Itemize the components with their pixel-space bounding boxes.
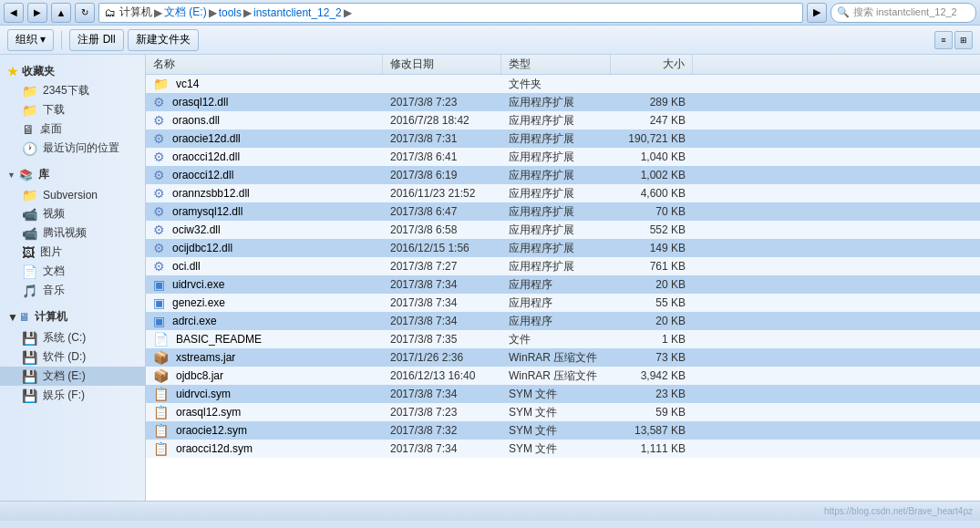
file-size: 20 KB (611, 315, 693, 327)
dll-icon: ⚙ (153, 113, 165, 128)
file-size: 4,600 KB (611, 187, 693, 200)
file-name: 📋 uidrvci.sym (146, 387, 383, 401)
table-row[interactable]: ⚙ oraocie12d.dll 2017/3/8 7:31 应用程序扩展 19… (146, 129, 980, 148)
file-name: 📄 BASIC_README (146, 332, 383, 347)
sidebar-item-e-drive[interactable]: 💾 文档 (E:) (0, 367, 145, 386)
sidebar-item-label: 娱乐 (F:) (43, 388, 85, 403)
file-date: 2017/3/8 7:27 (383, 260, 501, 273)
sidebar-item-tencent-video[interactable]: 📹 腾讯视频 (0, 223, 145, 243)
table-row[interactable]: ⚙ orannzsbb12.dll 2016/11/23 21:52 应用程序扩… (146, 184, 980, 202)
file-type: SYM 文件 (501, 441, 611, 457)
address-path[interactable]: 🗂 计算机 ▶ 文档 (E:) ▶ tools ▶ instantclient_… (98, 3, 803, 23)
file-size: 552 KB (611, 223, 693, 236)
table-row[interactable]: ⚙ oci.dll 2017/3/8 7:27 应用程序扩展 761 KB (146, 257, 980, 275)
sidebar-item-subversion[interactable]: 📁 Subversion (0, 186, 145, 204)
header-date[interactable]: 修改日期 (383, 55, 501, 74)
sidebar-item-recent[interactable]: 🕐 最近访问的位置 (0, 139, 145, 158)
sidebar-item-label: 音乐 (43, 283, 65, 298)
file-date: 2017/3/8 7:34 (383, 388, 501, 400)
file-type: 应用程序扩展 (501, 113, 611, 129)
file-date: 2016/7/28 18:42 (383, 114, 501, 127)
file-name-text: vc14 (176, 78, 199, 90)
documents-icon: 📄 (22, 264, 37, 279)
file-type: 应用程序 (501, 314, 611, 329)
refresh-button[interactable]: ↻ (75, 3, 95, 23)
sidebar-item-documents[interactable]: 📄 文档 (0, 262, 145, 281)
file-size: 1,002 KB (611, 169, 693, 181)
table-row[interactable]: ⚙ oraons.dll 2016/7/28 18:42 应用程序扩展 247 … (146, 111, 980, 129)
file-name-text: uidrvci.sym (176, 388, 231, 400)
folder-icon: 📁 (22, 84, 37, 98)
sidebar-item-c-drive[interactable]: 💾 系统 (C:) (0, 328, 145, 347)
table-row[interactable]: 📄 BASIC_README 2017/3/8 7:35 文件 1 KB (146, 330, 980, 348)
table-row[interactable]: 📋 oraocie12.sym 2017/3/8 7:32 SYM 文件 13,… (146, 421, 980, 440)
table-row[interactable]: ▣ uidrvci.exe 2017/3/8 7:34 应用程序 20 KB (146, 275, 980, 294)
up-button[interactable]: ▲ (51, 3, 71, 23)
sidebar-item-music[interactable]: 🎵 音乐 (0, 281, 145, 300)
file-size: 70 KB (611, 205, 693, 218)
forward-button[interactable]: ▶ (27, 3, 47, 23)
table-row[interactable]: ⚙ oraocci12.dll 2017/3/8 6:19 应用程序扩展 1,0… (146, 166, 980, 184)
computer-section[interactable]: ▼ 🖥 计算机 (0, 305, 145, 328)
table-row[interactable]: 📋 orasql12.sym 2017/3/8 7:23 SYM 文件 59 K… (146, 403, 980, 421)
file-date: 2016/12/13 16:40 (383, 369, 501, 382)
sidebar-item-d-drive[interactable]: 💾 软件 (D:) (0, 347, 145, 367)
file-date: 2017/1/26 2:36 (383, 351, 501, 364)
table-row[interactable]: 📋 uidrvci.sym 2017/3/8 7:34 SYM 文件 23 KB (146, 385, 980, 403)
sym-icon: 📋 (153, 405, 169, 419)
search-box[interactable]: 🔍 搜索 instantclient_12_2 (830, 3, 976, 23)
view-detail-button[interactable]: ≡ (934, 31, 953, 49)
computer-label: 计算机 (35, 309, 67, 325)
table-row[interactable]: 📋 oraocci12d.sym 2017/3/8 7:34 SYM 文件 1,… (146, 440, 980, 458)
table-row[interactable]: ⚙ oramysql12.dll 2017/3/8 6:47 应用程序扩展 70… (146, 202, 980, 221)
favorites-section[interactable]: ★ 收藏夹 (0, 62, 145, 81)
sidebar-item-f-drive[interactable]: 💾 娱乐 (F:) (0, 386, 145, 405)
file-date: 2016/12/15 1:56 (383, 242, 501, 254)
go-button[interactable]: ▶ (807, 3, 827, 23)
file-name: ⚙ oraocci12d.dll (146, 150, 383, 164)
folder-icon: 📁 (153, 77, 169, 91)
jar-icon: 📦 (153, 350, 169, 365)
file-type: 应用程序 (501, 277, 611, 293)
table-row[interactable]: 📁 vc14 文件夹 (146, 75, 980, 93)
back-button[interactable]: ◀ (4, 3, 24, 23)
table-row[interactable]: 📦 ojdbc8.jar 2016/12/13 16:40 WinRAR 压缩文… (146, 367, 980, 385)
sidebar-item-video[interactable]: 📹 视频 (0, 204, 145, 223)
search-placeholder: 搜索 instantclient_12_2 (853, 5, 957, 19)
file-type: WinRAR 压缩文件 (501, 368, 611, 384)
table-row[interactable]: ⚙ oraocci12d.dll 2017/3/8 6:41 应用程序扩展 1,… (146, 148, 980, 166)
header-type[interactable]: 类型 (501, 55, 611, 74)
header-size[interactable]: 大小 (611, 55, 693, 74)
computer-icon: 🖥 (18, 311, 29, 324)
table-row[interactable]: ⚙ ociw32.dll 2017/3/8 6:58 应用程序扩展 552 KB (146, 221, 980, 239)
file-type: 应用程序 (501, 295, 611, 311)
file-size: 1 KB (611, 333, 693, 346)
sidebar-item-desktop[interactable]: 🖥 桌面 (0, 119, 145, 139)
sidebar-item-2345[interactable]: 📁 2345下载 (0, 81, 145, 100)
file-type: 应用程序扩展 (501, 241, 611, 256)
file-date: 2017/3/8 6:41 (383, 150, 501, 163)
sidebar-item-download[interactable]: 📁 下载 (0, 100, 145, 119)
register-dll-button[interactable]: 注册 Dll (69, 29, 123, 51)
table-row[interactable]: ⚙ ocijdbc12.dll 2016/12/15 1:56 应用程序扩展 1… (146, 239, 980, 257)
sidebar-item-pictures[interactable]: 🖼 图片 (0, 243, 145, 262)
organize-button[interactable]: 组织 ▾ (7, 29, 54, 51)
file-date: 2017/3/8 7:34 (383, 315, 501, 327)
sidebar-item-label: 最近访问的位置 (43, 140, 119, 156)
new-folder-button[interactable]: 新建文件夹 (128, 29, 199, 51)
table-row[interactable]: ⚙ orasql12.dll 2017/3/8 7:23 应用程序扩展 289 … (146, 93, 980, 111)
sidebar-item-label: 文档 (E:) (43, 368, 86, 384)
file-type: 文件 (501, 332, 611, 347)
folder-icon: 📁 (22, 103, 37, 118)
file-size: 289 KB (611, 96, 693, 109)
view-icon-button[interactable]: ⊞ (954, 31, 973, 49)
library-section[interactable]: ▼ 📚 库 (0, 163, 145, 186)
file-name-text: uidrvci.exe (172, 278, 224, 291)
table-row[interactable]: ▣ genezi.exe 2017/3/8 7:34 应用程序 55 KB (146, 294, 980, 312)
file-name-text: BASIC_README (176, 333, 262, 346)
table-row[interactable]: ▣ adrci.exe 2017/3/8 7:34 应用程序 20 KB (146, 312, 980, 330)
header-name[interactable]: 名称 (146, 55, 383, 74)
file-name: ▣ uidrvci.exe (146, 277, 383, 292)
sidebar-item-label: 图片 (40, 244, 62, 260)
table-row[interactable]: 📦 xstreams.jar 2017/1/26 2:36 WinRAR 压缩文… (146, 348, 980, 367)
